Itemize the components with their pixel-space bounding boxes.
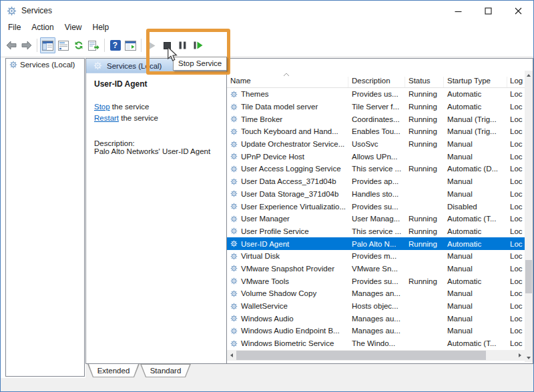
status-strip [1,378,533,391]
properties-icon [58,41,69,51]
service-gear-icon [230,115,238,123]
export-list-icon [88,41,99,51]
toolbar-separator [37,39,37,52]
services-window: Services File Action View Help [0,0,534,392]
service-row[interactable]: VMware Snapshot Provider VMware Sn... Ma… [227,263,525,275]
description-text: Palo Alto Networks' User-ID Agent [94,147,218,155]
console-tree-panel: Services (Local) [5,58,85,377]
minimize-button[interactable] [443,1,473,21]
service-gear-icon [230,141,238,148]
service-row[interactable]: User Access Logging Service This service… [227,163,525,175]
table-header-row: Name Description Status Startup Type Log [227,59,525,88]
service-row[interactable]: User Profile Service This service ... Ru… [227,225,525,238]
service-gear-icon [230,91,238,98]
service-row[interactable]: Touch Keyboard and Hand... Enables Tou..… [227,125,525,138]
service-gear-icon [230,340,238,347]
sort-ascending-icon [283,67,290,79]
horizontal-scrollbar[interactable] [227,350,525,361]
scroll-down-arrow[interactable] [525,353,533,362]
menu-help[interactable]: Help [87,21,115,33]
service-row[interactable]: Update Orchestrator Service... UsoSvc Ru… [227,138,525,151]
service-gear-icon [230,128,238,135]
service-gear-icon [230,203,238,210]
back-button[interactable] [3,37,19,53]
tab-standard-label: Standard [140,364,191,377]
tab-extended[interactable]: Extended [87,364,140,377]
service-gear-icon [230,227,238,235]
service-row[interactable]: Virtual Disk Provides m... Manual Loc [227,250,525,263]
toolbar-separator [104,39,105,52]
scroll-left-arrow[interactable] [227,350,236,361]
menu-view[interactable]: View [59,21,87,33]
details-pane: Services (Local) User-ID Agent Stop the … [85,58,533,364]
service-row[interactable]: Tile Data model server Tile Server f... … [227,101,525,113]
service-gear-icon [230,303,238,310]
tab-extended-label: Extended [87,364,140,377]
service-row[interactable]: WalletService Hosts objec... Manual Loc [227,300,525,313]
column-header-startup-type[interactable]: Startup Type [444,77,507,87]
service-row[interactable]: User Data Access_371d04b Provides ap... … [227,175,525,188]
menu-file[interactable]: File [3,21,26,33]
export-list-button[interactable] [86,37,101,53]
tab-standard[interactable]: Standard [140,364,191,377]
selected-service-title: User-ID Agent [94,79,218,89]
service-row[interactable]: Windows Audio Manages au... Manual Loc [227,312,525,325]
horizontal-scrollbar-thumb[interactable] [236,351,486,360]
service-gear-icon [230,290,238,297]
column-header-log-on-as[interactable]: Log [507,77,525,87]
service-row[interactable]: Volume Shadow Copy Manages an... Manual … [227,287,525,300]
scroll-right-arrow[interactable] [515,350,525,361]
column-header-description[interactable]: Description [348,77,405,87]
services-table: Name Description Status Startup Type Log… [227,59,533,363]
window-title: Services [21,6,52,15]
refresh-icon [73,40,84,51]
forward-icon [21,41,33,50]
service-gear-icon [230,103,238,111]
restart-service-line: Restart the service [94,113,218,124]
vertical-scrollbar[interactable] [525,71,533,362]
service-gear-icon [230,277,238,285]
minimize-icon [454,7,463,15]
refresh-button[interactable] [71,37,86,53]
service-row[interactable]: UPnP Device Host Allows UPn... Manual Lo… [227,150,525,163]
services-app-icon [7,6,17,16]
service-row[interactable]: User Manager User Manag... Running Autom… [227,213,525,225]
back-icon [5,41,17,50]
stop-service-link[interactable]: Stop [94,103,110,111]
service-gear-icon [230,178,238,185]
help-button[interactable]: ? [107,37,123,53]
service-row[interactable]: User Data Storage_371d04b Handles sto...… [227,188,525,201]
forward-button[interactable] [19,37,34,53]
properties-button[interactable] [55,37,71,53]
tree-item-label: Services (Local) [20,61,75,69]
service-row[interactable]: VMware Tools Provides su... Running Auto… [227,275,525,287]
service-gear-icon [230,153,238,160]
service-gear-icon [230,215,238,223]
close-icon [514,7,523,15]
stop-service-tooltip: Stop Service [173,57,227,71]
show-extended-view-button[interactable] [123,37,138,53]
services-list: Themes Provides us... Running Automatic … [227,88,525,350]
maximize-button[interactable] [473,1,503,21]
vertical-scrollbar-thumb[interactable] [525,260,532,293]
mouse-cursor [167,47,178,65]
service-gear-icon [230,265,238,272]
service-row[interactable]: Themes Provides us... Running Automatic … [227,88,525,101]
restart-service-link[interactable]: Restart [94,114,119,122]
show-console-tree-button[interactable] [40,37,55,53]
scroll-up-arrow[interactable] [525,71,533,79]
service-row[interactable]: User-ID Agent Palo Alto N... Running Aut… [227,237,525,250]
service-gear-icon [230,190,238,197]
services-node-icon [9,61,17,69]
service-row[interactable]: Windows Audio Endpoint B... Manages au..… [227,325,525,337]
toolbar-separator [141,39,142,52]
service-row[interactable]: Windows Biometric Service The Windo... A… [227,337,525,350]
tree-item-services-local[interactable]: Services (Local) [6,59,84,71]
service-row[interactable]: User Experience Virtualizatio... Provide… [227,200,525,213]
service-row[interactable]: Time Broker Coordinates... Running Manua… [227,113,525,125]
menu-action[interactable]: Action [26,21,59,33]
extended-info-panel: Services (Local) User-ID Agent Stop the … [86,59,227,363]
close-button[interactable] [503,1,533,21]
column-header-status[interactable]: Status [405,77,444,87]
help-icon: ? [110,40,121,51]
